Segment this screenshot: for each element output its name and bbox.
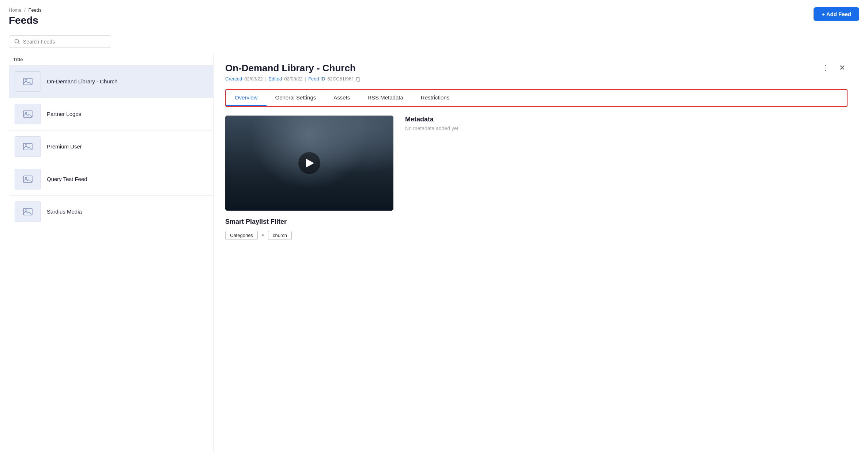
- svg-rect-8: [23, 176, 32, 182]
- search-icon: [14, 39, 20, 45]
- tab-restrictions[interactable]: Restrictions: [412, 90, 458, 106]
- more-options-button[interactable]: ⋮: [819, 63, 831, 73]
- detail-panel: On-Demand Library - Church ⋮ ✕ Created 0…: [214, 54, 859, 452]
- feed-id-value: 62CC61f96f: [327, 76, 352, 82]
- add-feed-button[interactable]: + Add Feed: [814, 7, 859, 21]
- playlist-title: Smart Playlist Filter: [225, 218, 393, 226]
- main-content: Title On-Demand Library - Church Partn: [9, 54, 859, 452]
- page-header: Home / Feeds Feeds + Add Feed: [9, 7, 859, 27]
- detail-title: On-Demand Library - Church: [225, 63, 356, 74]
- filter-operator: =: [261, 232, 264, 238]
- detail-header: On-Demand Library - Church ⋮ ✕: [225, 63, 848, 74]
- tab-general-settings[interactable]: General Settings: [267, 90, 325, 106]
- tabs: OverviewGeneral SettingsAssetsRSS Metada…: [226, 90, 847, 106]
- list-column-header: Title: [9, 54, 213, 65]
- edited-value: 02/03/22: [284, 76, 303, 82]
- playlist-section: Smart Playlist Filter Categories = churc…: [225, 218, 393, 240]
- svg-rect-2: [23, 78, 32, 85]
- image-icon: [23, 207, 33, 216]
- feed-list-item[interactable]: Premium User: [9, 131, 213, 163]
- feed-list-item[interactable]: Partner Logos: [9, 98, 213, 131]
- svg-line-1: [18, 42, 20, 44]
- feed-thumbnail: [15, 136, 41, 157]
- video-section: Smart Playlist Filter Categories = churc…: [225, 116, 393, 240]
- image-icon: [23, 110, 33, 118]
- created-value: 02/03/22: [244, 76, 263, 82]
- feed-thumbnail: [15, 71, 41, 92]
- filter-row: Categories = church: [225, 231, 393, 240]
- metadata-empty-text: No metadata added yet: [405, 125, 848, 131]
- search-input[interactable]: [23, 39, 106, 45]
- feed-thumbnail: [15, 169, 41, 189]
- feed-item-title: Premium User: [47, 143, 82, 150]
- image-icon: [23, 77, 33, 86]
- feed-thumbnail: [15, 104, 41, 124]
- svg-rect-12: [357, 78, 360, 81]
- feed-thumbnail: [15, 201, 41, 222]
- search-box: [9, 35, 111, 48]
- image-icon: [23, 142, 33, 151]
- meta-sep-2: |: [305, 76, 306, 82]
- breadcrumb: Home / Feeds: [9, 7, 42, 13]
- feed-id-label: Feed ID: [308, 76, 325, 82]
- tab-overview[interactable]: Overview: [226, 90, 267, 106]
- play-button[interactable]: [298, 152, 320, 174]
- tab-assets[interactable]: Assets: [325, 90, 359, 106]
- svg-rect-6: [23, 143, 32, 150]
- header-left: Home / Feeds Feeds: [9, 7, 42, 27]
- feed-item-title: Query Test Feed: [47, 176, 87, 182]
- breadcrumb-home[interactable]: Home: [9, 7, 22, 13]
- created-label: Created: [225, 76, 242, 82]
- copy-feed-id-button[interactable]: [355, 76, 361, 82]
- feed-item-title: Partner Logos: [47, 111, 81, 117]
- breadcrumb-separator: /: [24, 7, 26, 13]
- overview-content: Smart Playlist Filter Categories = churc…: [225, 116, 848, 240]
- tab-rss-metadata[interactable]: RSS Metadata: [359, 90, 412, 106]
- breadcrumb-current: Feeds: [29, 7, 42, 13]
- svg-rect-4: [23, 111, 32, 117]
- close-button[interactable]: ✕: [837, 63, 848, 73]
- page-title: Feeds: [9, 14, 42, 27]
- detail-actions: ⋮ ✕: [819, 63, 848, 73]
- feed-list-item[interactable]: On-Demand Library - Church: [9, 65, 213, 98]
- video-thumbnail: [225, 116, 393, 211]
- tabs-container: OverviewGeneral SettingsAssetsRSS Metada…: [225, 89, 848, 107]
- copy-icon: [355, 76, 361, 82]
- feed-item-title: On-Demand Library - Church: [47, 78, 117, 84]
- feed-item-title: Sardius Media: [47, 208, 82, 215]
- feed-list-panel: Title On-Demand Library - Church Partn: [9, 54, 214, 452]
- feed-list-item[interactable]: Sardius Media: [9, 196, 213, 228]
- filter-key-tag: Categories: [225, 231, 258, 240]
- meta-sep-1: |: [265, 76, 266, 82]
- feed-items-container: On-Demand Library - Church Partner Logos…: [9, 65, 213, 228]
- search-section: [9, 35, 859, 48]
- play-triangle-icon: [306, 159, 314, 167]
- detail-meta: Created 02/03/22 | Edited 02/03/22 | Fee…: [225, 76, 848, 82]
- filter-value-tag: church: [268, 231, 292, 240]
- image-icon: [23, 175, 33, 184]
- metadata-panel: Metadata No metadata added yet: [405, 116, 848, 131]
- metadata-section-title: Metadata: [405, 116, 848, 123]
- edited-label: Edited: [268, 76, 282, 82]
- feed-list-item[interactable]: Query Test Feed: [9, 163, 213, 196]
- svg-rect-10: [23, 208, 32, 215]
